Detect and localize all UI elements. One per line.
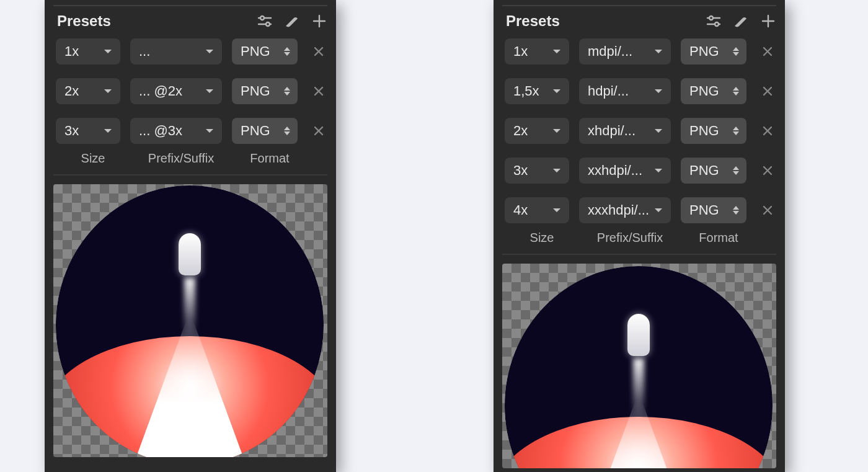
prefix-suffix-dropdown[interactable]: hdpi/... <box>579 78 671 104</box>
prefix-suffix-dropdown[interactable]: ... @3x <box>130 118 222 144</box>
preset-row: 3x ... @3x PNG <box>56 118 327 144</box>
size-dropdown[interactable]: 4x <box>505 197 569 223</box>
preset-row: 1,5x hdpi/... PNG <box>505 78 776 104</box>
preview-artwork <box>505 266 773 468</box>
preset-row: 2x ... @2x PNG <box>56 78 327 104</box>
format-value: PNG <box>689 163 719 179</box>
prefix-value: xxxhdpi/... <box>588 202 649 218</box>
size-dropdown[interactable]: 1,5x <box>505 78 569 104</box>
presets-header-actions <box>706 13 776 29</box>
size-dropdown[interactable]: 2x <box>56 78 120 104</box>
stepper-icon <box>283 47 294 56</box>
size-dropdown[interactable]: 3x <box>505 158 569 184</box>
prefix-value: mdpi/... <box>588 43 632 60</box>
svg-point-3 <box>266 22 270 26</box>
column-labels: Size Prefix/Suffix Format <box>494 225 785 254</box>
column-label-prefix: Prefix/Suffix <box>579 231 681 245</box>
stepper-icon <box>732 47 743 56</box>
divider <box>53 174 327 176</box>
size-value: 2x <box>64 83 79 99</box>
remove-preset-button[interactable] <box>759 162 776 179</box>
size-value: 4x <box>513 202 528 218</box>
divider <box>502 254 776 255</box>
svg-point-1 <box>260 16 264 20</box>
export-presets-panel-left: Presets 1x <box>45 0 336 472</box>
settings-sliders-icon[interactable] <box>706 13 722 29</box>
preset-row: 3x xxhdpi/... PNG <box>505 158 776 184</box>
size-dropdown[interactable]: 2x <box>505 118 569 144</box>
size-value: 1x <box>64 43 79 60</box>
preset-row: 4x xxxhdpi/... PNG <box>505 197 776 223</box>
stepper-icon <box>732 86 743 96</box>
remove-preset-button[interactable] <box>759 122 776 140</box>
prefix-suffix-dropdown[interactable]: xxhdpi/... <box>579 158 671 184</box>
remove-preset-button[interactable] <box>310 122 327 140</box>
preview-artwork <box>56 185 324 457</box>
size-value: 1x <box>513 43 528 60</box>
presets-header: Presets <box>494 6 785 38</box>
prefix-suffix-dropdown[interactable]: xhdpi/... <box>579 118 671 144</box>
chevron-down-icon <box>203 85 216 97</box>
size-value: 3x <box>64 123 79 139</box>
preset-row: 1x ... PNG <box>56 38 327 65</box>
remove-preset-button[interactable] <box>759 43 776 60</box>
format-dropdown[interactable]: PNG <box>232 38 298 65</box>
format-value: PNG <box>241 43 270 60</box>
preset-row: 2x xhdpi/... PNG <box>505 118 776 144</box>
presets-header: Presets <box>45 6 336 38</box>
prefix-suffix-dropdown[interactable]: xxxhdpi/... <box>579 197 671 223</box>
prefix-value: ... @3x <box>139 123 182 139</box>
size-value: 1,5x <box>513 83 539 99</box>
size-dropdown[interactable]: 1x <box>56 38 120 65</box>
format-dropdown[interactable]: PNG <box>681 118 746 144</box>
column-label-format: Format <box>232 151 308 166</box>
remove-preset-button[interactable] <box>759 82 776 100</box>
add-preset-icon[interactable] <box>760 13 776 29</box>
size-value: 2x <box>513 123 528 139</box>
prefix-value: ... <box>139 43 150 60</box>
remove-preset-button[interactable] <box>310 43 327 60</box>
format-value: PNG <box>689 202 719 218</box>
knife-icon[interactable] <box>284 13 300 29</box>
format-dropdown[interactable]: PNG <box>681 158 746 184</box>
preset-rows: 1x mdpi/... PNG 1,5x hdpi/... PNG 2x xhd… <box>494 38 785 225</box>
chevron-down-icon <box>551 45 563 58</box>
stepper-icon <box>732 166 743 176</box>
chevron-down-icon <box>102 85 114 97</box>
remove-preset-button[interactable] <box>759 202 776 219</box>
prefix-value: xxhdpi/... <box>588 163 642 179</box>
format-dropdown[interactable]: PNG <box>681 197 746 223</box>
prefix-value: hdpi/... <box>588 83 629 99</box>
format-dropdown[interactable]: PNG <box>681 38 746 65</box>
stepper-icon <box>732 205 743 215</box>
presets-header-actions <box>257 13 327 29</box>
settings-sliders-icon[interactable] <box>257 13 273 29</box>
format-dropdown[interactable]: PNG <box>232 78 298 104</box>
format-dropdown[interactable]: PNG <box>232 118 298 144</box>
format-value: PNG <box>241 123 270 139</box>
add-preset-icon[interactable] <box>311 13 327 29</box>
format-value: PNG <box>241 83 270 99</box>
stepper-icon <box>732 126 743 136</box>
preview-area <box>502 264 776 468</box>
chevron-down-icon <box>102 45 114 58</box>
prefix-value: xhdpi/... <box>588 123 636 139</box>
format-dropdown[interactable]: PNG <box>681 78 746 104</box>
column-label-format: Format <box>681 231 756 245</box>
svg-point-15 <box>715 22 719 26</box>
size-dropdown[interactable]: 1x <box>505 38 569 65</box>
column-label-size: Size <box>56 151 130 166</box>
format-value: PNG <box>689 43 719 60</box>
prefix-suffix-dropdown[interactable]: ... @2x <box>130 78 222 104</box>
prefix-suffix-dropdown[interactable]: ... <box>130 38 222 65</box>
remove-preset-button[interactable] <box>310 82 327 100</box>
preview-area <box>53 184 327 457</box>
stepper-icon <box>283 126 294 136</box>
knife-icon[interactable] <box>733 13 749 29</box>
chevron-down-icon <box>652 125 665 137</box>
size-value: 3x <box>513 163 528 179</box>
chevron-down-icon <box>652 164 665 177</box>
chevron-down-icon <box>652 85 665 97</box>
size-dropdown[interactable]: 3x <box>56 118 120 144</box>
prefix-suffix-dropdown[interactable]: mdpi/... <box>579 38 671 65</box>
